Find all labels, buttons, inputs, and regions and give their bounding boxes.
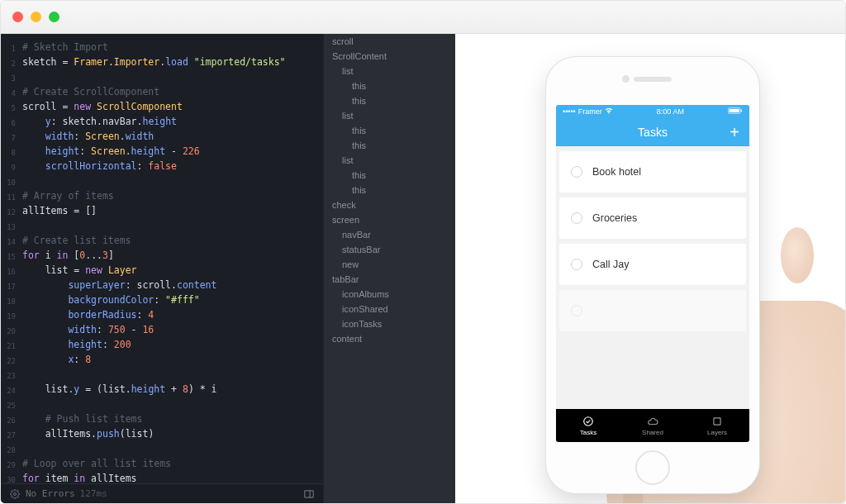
code-line[interactable]: 23: [1, 368, 323, 383]
code-content[interactable]: height: 200: [22, 338, 323, 351]
task-check-circle[interactable]: [571, 212, 582, 224]
layer-row[interactable]: list: [324, 153, 455, 168]
code-content[interactable]: x: 8: [22, 353, 323, 366]
task-list[interactable]: Book hotelGroceriesCall Jay: [556, 146, 749, 409]
code-line[interactable]: 6 y: sketch.navBar.height: [1, 115, 323, 130]
code-line[interactable]: 8 height: Screen.height - 226: [1, 145, 323, 159]
code-editor-panel[interactable]: 1# Sketch Import2sketch = Framer.Importe…: [1, 34, 323, 503]
layer-row[interactable]: iconTasks: [324, 316, 455, 331]
code-line[interactable]: 30for item in allItems: [1, 472, 323, 483]
layer-row[interactable]: scroll: [324, 34, 455, 49]
code-content[interactable]: list = new Layer: [22, 264, 323, 277]
code-line[interactable]: 28: [1, 442, 323, 457]
code-content[interactable]: width: Screen.width: [22, 130, 323, 143]
layer-row[interactable]: this: [324, 123, 455, 138]
layer-row[interactable]: ScrollContent: [324, 49, 455, 64]
layer-row[interactable]: navBar: [324, 227, 455, 242]
code-line[interactable]: 2sketch = Framer.Importer.load "imported…: [1, 55, 323, 70]
code-content[interactable]: # Loop over all list items: [22, 457, 323, 470]
layer-row[interactable]: list: [324, 64, 455, 78]
code-content[interactable]: width: 750 - 16: [22, 323, 323, 336]
code-content[interactable]: list.y = (list.height + 8) * i: [22, 383, 323, 396]
zoom-icon[interactable]: [49, 12, 59, 22]
code-content[interactable]: for i in [0...3]: [22, 249, 323, 262]
layer-row[interactable]: tabBar: [324, 272, 455, 287]
code-line[interactable]: 10: [1, 174, 323, 189]
tab-shared[interactable]: Shared: [620, 409, 685, 442]
layer-row[interactable]: this: [324, 78, 455, 93]
code-content[interactable]: sketch = Framer.Importer.load "imported/…: [22, 55, 323, 69]
code-line[interactable]: 26 # Push list items: [1, 412, 323, 427]
task-check-circle[interactable]: [571, 166, 582, 178]
code-content[interactable]: allItems = []: [22, 204, 323, 217]
code-content[interactable]: allItems.push(list): [22, 427, 323, 440]
code-content[interactable]: # Array of items: [22, 189, 323, 202]
layer-row[interactable]: iconShared: [324, 302, 455, 316]
tab-layers[interactable]: Layers: [685, 409, 749, 442]
layer-row[interactable]: check: [324, 197, 455, 212]
code-line[interactable]: 7 width: Screen.width: [1, 130, 323, 145]
code-line[interactable]: 16 list = new Layer: [1, 264, 323, 278]
code-line[interactable]: 9 scrollHorizontal: false: [1, 159, 323, 174]
code-line[interactable]: 3: [1, 70, 323, 85]
code-content[interactable]: scroll = new ScrollComponent: [22, 100, 323, 113]
code-content[interactable]: superLayer: scroll.content: [22, 278, 323, 292]
code-line[interactable]: 24 list.y = (list.height + 8) * i: [1, 383, 323, 397]
code-line[interactable]: 29# Loop over all list items: [1, 457, 323, 472]
minimize-icon[interactable]: [31, 12, 41, 22]
titlebar[interactable]: [1, 1, 845, 34]
line-number: 23: [1, 368, 22, 383]
code-content[interactable]: scrollHorizontal: false: [22, 159, 323, 173]
layer-row[interactable]: content: [324, 331, 455, 346]
task-check-circle[interactable]: [571, 305, 582, 316]
task-item[interactable]: Call Jay: [559, 244, 746, 285]
code-line[interactable]: 5scroll = new ScrollComponent: [1, 100, 323, 115]
task-item[interactable]: Book hotel: [559, 151, 746, 193]
code-content[interactable]: # Sketch Import: [22, 40, 323, 54]
code-line[interactable]: 19 borderRadius: 4: [1, 308, 323, 323]
close-icon[interactable]: [12, 12, 23, 22]
code-content[interactable]: # Create ScrollComponent: [22, 85, 323, 98]
layer-row[interactable]: statusBar: [324, 242, 455, 257]
code-line[interactable]: 17 superLayer: scroll.content: [1, 278, 323, 293]
layer-row[interactable]: new: [324, 257, 455, 272]
layout-toggle-icon[interactable]: [303, 488, 315, 500]
code-line[interactable]: 18 backgroundColor: "#fff": [1, 293, 323, 308]
task-check-circle[interactable]: [571, 259, 582, 270]
line-number: 12: [1, 204, 22, 219]
home-button[interactable]: [635, 450, 670, 485]
add-task-button[interactable]: +: [730, 124, 739, 140]
gear-icon[interactable]: [9, 488, 21, 500]
code-line[interactable]: 13: [1, 219, 323, 234]
code-line[interactable]: 27 allItems.push(list): [1, 427, 323, 442]
layer-row[interactable]: list: [324, 108, 455, 123]
code-lines[interactable]: 1# Sketch Import2sketch = Framer.Importe…: [1, 34, 323, 483]
code-line[interactable]: 25: [1, 397, 323, 412]
layer-row[interactable]: screen: [324, 212, 455, 227]
code-line[interactable]: 12allItems = []: [1, 204, 323, 219]
task-item[interactable]: Groceries: [559, 197, 746, 239]
layer-panel[interactable]: scrollScrollContentlistthisthislistthist…: [323, 34, 455, 503]
layer-row[interactable]: iconAlbums: [324, 287, 455, 302]
code-line[interactable]: 20 width: 750 - 16: [1, 323, 323, 338]
code-content[interactable]: for item in allItems: [22, 472, 323, 483]
code-line[interactable]: 1# Sketch Import: [1, 40, 323, 55]
code-line[interactable]: 21 height: 200: [1, 338, 323, 353]
code-content[interactable]: # Create list items: [22, 234, 323, 247]
code-content[interactable]: backgroundColor: "#fff": [22, 293, 323, 307]
code-content[interactable]: height: Screen.height - 226: [22, 145, 323, 158]
code-line[interactable]: 22 x: 8: [1, 353, 323, 368]
layer-row[interactable]: this: [324, 183, 455, 197]
code-content[interactable]: borderRadius: 4: [22, 308, 323, 321]
layer-row[interactable]: this: [324, 168, 455, 183]
code-line[interactable]: 15for i in [0...3]: [1, 249, 323, 264]
code-line[interactable]: 4# Create ScrollComponent: [1, 85, 323, 100]
code-line[interactable]: 11# Array of items: [1, 189, 323, 204]
code-line[interactable]: 14# Create list items: [1, 234, 323, 249]
layer-row[interactable]: this: [324, 138, 455, 153]
tab-tasks[interactable]: Tasks: [556, 409, 620, 442]
code-content[interactable]: y: sketch.navBar.height: [22, 115, 323, 128]
code-content[interactable]: # Push list items: [22, 412, 323, 426]
task-item[interactable]: [559, 290, 746, 331]
layer-row[interactable]: this: [324, 93, 455, 108]
